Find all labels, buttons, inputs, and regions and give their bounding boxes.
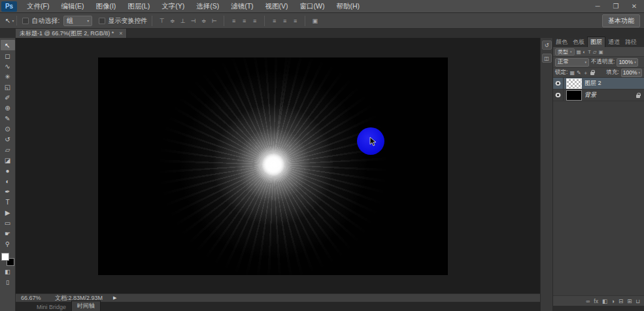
menu-window[interactable]: 窗口(W) — [294, 0, 331, 13]
close-button[interactable]: ✕ — [630, 3, 639, 10]
properties-panel-button[interactable]: ◫ — [542, 54, 552, 63]
tool-dodge[interactable]: ◐ — [1, 176, 15, 186]
tool-history-brush[interactable]: ↺ — [1, 134, 15, 144]
filter-type-icon[interactable]: T — [588, 49, 591, 55]
tool-zoom[interactable]: ⚲ — [1, 238, 15, 249]
layer-thumbnail[interactable] — [566, 90, 582, 101]
tool-gradient[interactable]: ◪ — [1, 155, 15, 165]
blend-mode-dropdown[interactable]: 正常 ▾ — [555, 58, 589, 67]
tab-color[interactable]: 颜色 — [553, 37, 570, 47]
tool-clone-stamp[interactable]: ⊙ — [1, 123, 15, 134]
delete-layer-icon[interactable]: ⊔ — [636, 298, 640, 304]
menu-help[interactable]: 帮助(H) — [331, 0, 366, 13]
tool-path-select[interactable]: ▶ — [1, 207, 15, 218]
foreground-color-swatch[interactable] — [1, 253, 9, 261]
layer-name[interactable]: 图层 2 — [585, 79, 644, 88]
auto-select-dropdown[interactable]: 组 ▾ — [63, 16, 92, 26]
tool-rect-marquee[interactable]: ◻ — [1, 50, 15, 61]
new-group-icon[interactable]: ⊟ — [619, 298, 623, 304]
opacity-field[interactable]: 100% ▾ — [617, 58, 637, 67]
filter-adjustment-icon[interactable]: ◐ — [583, 49, 586, 55]
tool-eyedropper[interactable]: ✐ — [1, 92, 15, 103]
tool-blur[interactable]: ● — [1, 165, 15, 176]
adjustment-layer-icon[interactable]: ◑ — [611, 298, 615, 304]
tool-brush[interactable]: ✎ — [1, 113, 15, 123]
fill-field[interactable]: 100% ▾ — [621, 69, 642, 77]
menu-layer[interactable]: 图层(L) — [122, 0, 156, 13]
align-hcenter-icon[interactable]: ≑ — [199, 16, 209, 26]
align-top-icon[interactable]: ⊤ — [157, 16, 167, 26]
tab-mini-bridge[interactable]: Mini Bridge — [31, 303, 71, 311]
canvas[interactable] — [98, 57, 448, 275]
show-transform-checkbox[interactable] — [99, 18, 105, 24]
add-mask-icon[interactable]: ◧ — [602, 298, 607, 304]
layer-row-layer2[interactable]: 图层 2 — [553, 78, 644, 90]
layer-thumbnail[interactable] — [566, 78, 582, 89]
tool-crop[interactable]: ◱ — [1, 82, 15, 92]
minimize-button[interactable]: ─ — [593, 3, 602, 10]
lock-image-icon[interactable]: ✎ — [577, 70, 581, 76]
distribute-right-icon[interactable]: ≡ — [290, 16, 300, 26]
lock-transparent-icon[interactable]: ▦ — [569, 70, 575, 76]
distribute-left-icon[interactable]: ≡ — [269, 16, 279, 26]
distribute-vcenter-icon[interactable]: ≡ — [239, 16, 249, 26]
distribute-hcenter-icon[interactable]: ≡ — [280, 16, 290, 26]
history-panel-button[interactable]: ↺ — [542, 41, 552, 50]
menu-type[interactable]: 文字(Y) — [156, 0, 190, 13]
quick-mask-button[interactable]: ◧ — [1, 267, 15, 276]
auto-align-layers-icon[interactable]: ▣ — [310, 16, 320, 26]
menu-view[interactable]: 视图(V) — [260, 0, 294, 13]
tab-timeline[interactable]: 时间轴 — [71, 301, 101, 311]
lock-position-icon[interactable]: ＋ — [583, 69, 588, 76]
filter-pixel-icon[interactable]: ▦ — [577, 49, 581, 55]
layer-row-background[interactable]: 背景 — [553, 90, 644, 101]
pasteboard[interactable] — [16, 38, 540, 293]
menu-filter[interactable]: 滤镜(T) — [225, 0, 259, 13]
document-tab[interactable]: 未标题-1 @ 66.7%(图层 2, RGB/8) * × — [16, 29, 127, 38]
distribute-buttons-horizontal: ≡ ≡ ≡ — [269, 16, 300, 26]
new-layer-icon[interactable]: ⊞ — [627, 298, 632, 304]
tool-quick-select[interactable]: ✳ — [1, 71, 15, 82]
link-layers-icon[interactable]: ∞ — [586, 298, 590, 304]
align-right-icon[interactable]: ⊢ — [209, 16, 219, 26]
divider — [224, 16, 224, 26]
menu-select[interactable]: 选择(S) — [190, 0, 225, 13]
align-left-icon[interactable]: ⊣ — [188, 16, 198, 26]
tool-move[interactable]: ↖ — [1, 40, 15, 50]
align-bottom-icon[interactable]: ⊥ — [178, 16, 188, 26]
tool-shape[interactable]: ▭ — [1, 218, 15, 228]
filter-shape-icon[interactable]: ▱ — [593, 49, 597, 55]
screen-mode-button[interactable]: ▯ — [1, 278, 15, 287]
tool-lasso[interactable]: ∿ — [1, 61, 15, 71]
tool-eraser[interactable]: ▱ — [1, 144, 15, 155]
distribute-top-icon[interactable]: ≡ — [229, 16, 239, 26]
tool-preset-picker[interactable]: ↖ ▾ — [3, 16, 17, 25]
tool-type[interactable]: T — [1, 197, 15, 207]
menu-image[interactable]: 图像(I) — [90, 0, 122, 13]
tab-paths[interactable]: 路径 — [622, 37, 639, 47]
tool-hand[interactable]: ☛ — [1, 228, 15, 238]
layer-style-fx-icon[interactable]: fx — [594, 298, 598, 304]
close-icon[interactable]: × — [119, 30, 122, 37]
zoom-level-field[interactable]: 66.67% — [21, 295, 44, 301]
auto-select-checkbox[interactable] — [22, 18, 29, 24]
tab-swatches[interactable]: 色板 — [570, 37, 587, 47]
distribute-bottom-icon[interactable]: ≡ — [250, 16, 260, 26]
lock-all-icon[interactable] — [590, 72, 594, 75]
align-vcenter-icon[interactable]: ≑ — [167, 16, 177, 26]
tab-channels[interactable]: 通道 — [605, 37, 622, 47]
tool-spot-healing[interactable]: ⊕ — [1, 103, 15, 113]
blue-circle-shape[interactable] — [357, 127, 384, 155]
tool-pen[interactable]: ✒ — [1, 186, 15, 197]
layer-name[interactable]: 背景 — [585, 91, 636, 99]
visibility-toggle[interactable] — [553, 78, 564, 89]
menu-edit[interactable]: 编辑(E) — [55, 0, 90, 13]
layer-filter-kind-dropdown[interactable]: 类型 ▾ — [555, 48, 575, 56]
status-options-arrow-icon[interactable]: ▶ — [113, 295, 116, 301]
filter-smart-object-icon[interactable]: ▣ — [599, 49, 603, 55]
visibility-toggle[interactable] — [553, 90, 564, 101]
workspace-switcher-button[interactable]: 基本功能 — [602, 14, 640, 27]
tab-layers[interactable]: 图层 — [587, 37, 605, 47]
restore-button[interactable]: ❐ — [611, 3, 620, 10]
menu-file[interactable]: 文件(F) — [21, 0, 55, 13]
